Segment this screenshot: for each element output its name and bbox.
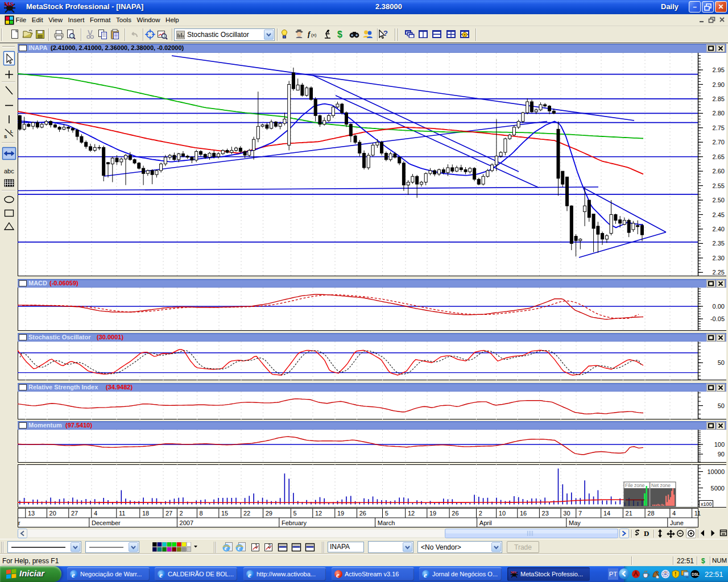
svg-text:D: D: [644, 529, 649, 538]
svg-text:4: 4: [94, 510, 97, 517]
svg-text:7: 7: [578, 510, 582, 517]
svg-text:20: 20: [49, 510, 56, 517]
svg-text:8: 8: [200, 510, 203, 517]
svg-text:50: 50: [718, 359, 725, 366]
svg-text:21: 21: [626, 510, 632, 517]
svg-text:(97.5410): (97.5410): [65, 422, 92, 429]
svg-text:Relative Strength Index: Relative Strength Index: [28, 384, 98, 390]
svg-text:2.40: 2.40: [713, 226, 725, 232]
svg-text:March: March: [378, 519, 395, 526]
svg-text:26: 26: [359, 510, 366, 517]
svg-text:(30.0001): (30.0001): [97, 334, 123, 340]
svg-text:1: 1: [255, 543, 258, 548]
svg-text:5: 5: [293, 510, 297, 517]
svg-text:May: May: [569, 519, 581, 526]
svg-text:April: April: [479, 519, 492, 526]
svg-text:2.25: 2.25: [713, 269, 725, 276]
svg-text:!: !: [675, 571, 676, 577]
svg-text:(34.9482): (34.9482): [106, 384, 133, 390]
svg-text:12: 12: [315, 510, 322, 517]
svg-text:S: S: [4, 134, 7, 139]
svg-text:L: L: [10, 129, 13, 134]
svg-text:29: 29: [266, 510, 272, 517]
svg-text:2: 2: [268, 543, 271, 548]
svg-text:DSL: DSL: [692, 572, 699, 576]
svg-text:e: e: [225, 544, 228, 552]
svg-text:2007: 2007: [180, 519, 193, 526]
svg-text:2.60: 2.60: [713, 168, 725, 174]
svg-text:r: r: [18, 519, 20, 526]
svg-text:5: 5: [385, 510, 388, 517]
svg-text:13: 13: [28, 510, 35, 517]
svg-text:x100: x100: [701, 501, 712, 507]
svg-text:December: December: [92, 519, 121, 526]
svg-text:2.30: 2.30: [713, 255, 725, 261]
svg-text:2.80: 2.80: [713, 110, 725, 117]
svg-text:50: 50: [718, 402, 725, 409]
svg-text:5000: 5000: [711, 485, 725, 492]
svg-text:26: 26: [452, 510, 458, 517]
svg-text:27: 27: [166, 510, 172, 517]
svg-text:4: 4: [672, 510, 676, 517]
svg-text:INAPA: INAPA: [28, 44, 47, 51]
svg-text:2.35: 2.35: [713, 240, 725, 247]
svg-text:2.65: 2.65: [713, 153, 725, 160]
svg-text:23: 23: [542, 510, 549, 517]
svg-text:(-0.06059): (-0.06059): [49, 280, 78, 286]
svg-text:16: 16: [520, 510, 527, 517]
svg-text:(x): (x): [311, 32, 317, 38]
svg-text:MS: MS: [4, 1, 14, 7]
svg-text:MACD: MACD: [28, 280, 47, 286]
svg-text:e: e: [238, 544, 241, 552]
svg-text:14: 14: [603, 510, 610, 517]
svg-text:18: 18: [142, 510, 149, 517]
svg-text:?: ?: [383, 29, 388, 38]
svg-text:abc: abc: [4, 168, 14, 174]
svg-text:June: June: [670, 519, 684, 526]
svg-text:19: 19: [337, 510, 344, 517]
svg-text:2.95: 2.95: [713, 66, 725, 73]
svg-text:File zone: File zone: [625, 483, 645, 488]
svg-text:Net zone: Net zone: [651, 483, 671, 488]
svg-text:2: 2: [180, 510, 183, 517]
svg-text:MS: MS: [511, 570, 516, 574]
svg-text:28: 28: [647, 510, 654, 517]
svg-text:11: 11: [694, 510, 701, 517]
svg-text:(2.41000, 2.41000, 2.36000, 2.: (2.41000, 2.41000, 2.36000, 2.38000, -0.…: [51, 44, 184, 51]
svg-text:10000: 10000: [707, 468, 725, 475]
svg-text:Stochastic Oscillator: Stochastic Oscillator: [28, 334, 91, 340]
svg-text:2.55: 2.55: [713, 182, 725, 189]
svg-text:2.75: 2.75: [713, 124, 725, 131]
svg-text:90: 90: [718, 451, 725, 458]
svg-text:$: $: [337, 30, 342, 39]
svg-text:19: 19: [429, 510, 436, 517]
svg-text:15: 15: [221, 510, 228, 517]
svg-text:12: 12: [408, 510, 415, 517]
svg-text:27: 27: [71, 510, 78, 517]
svg-text:30: 30: [563, 510, 570, 517]
svg-text:11: 11: [119, 510, 125, 517]
svg-text:February: February: [282, 519, 307, 526]
svg-text:-0.05: -0.05: [710, 315, 725, 322]
svg-text:22: 22: [243, 510, 250, 517]
svg-text:2.70: 2.70: [713, 139, 725, 146]
svg-text:2.90: 2.90: [713, 81, 725, 88]
svg-text:10: 10: [499, 510, 506, 517]
svg-text:100: 100: [714, 441, 725, 448]
svg-text:0.00: 0.00: [713, 303, 725, 310]
svg-text:2.85: 2.85: [713, 95, 725, 102]
svg-text:2.45: 2.45: [713, 211, 725, 218]
svg-text:2.50: 2.50: [713, 197, 725, 203]
svg-text:2: 2: [479, 510, 482, 517]
svg-text:Momentum: Momentum: [28, 422, 62, 429]
